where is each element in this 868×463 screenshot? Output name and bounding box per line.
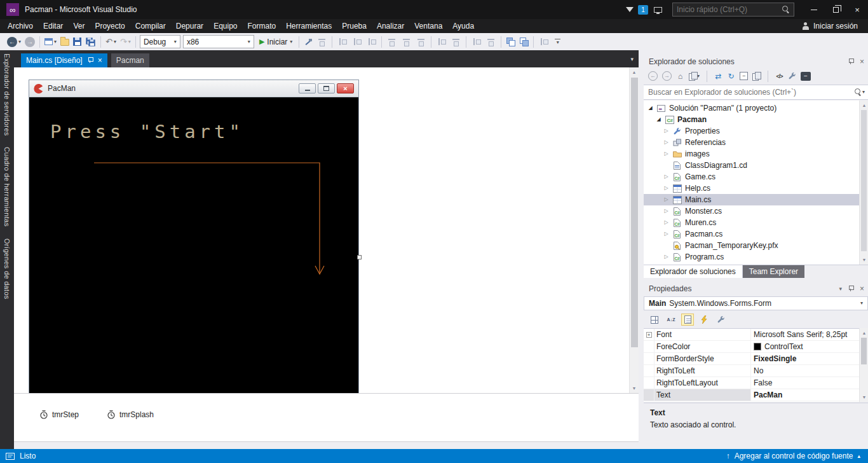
view-code-button[interactable]: </> (775, 71, 783, 81)
bring-to-front-button[interactable] (504, 35, 517, 49)
menu-analizar[interactable]: Analizar (372, 19, 409, 33)
scroll-down-arrow[interactable]: ▼ (860, 392, 868, 402)
save-all-button[interactable] (83, 35, 98, 49)
property-value[interactable]: No (751, 365, 868, 377)
tree-item-images-folder[interactable]: ▷ images (644, 148, 868, 160)
expander-icon[interactable]: ▷ (663, 254, 669, 259)
minimize-button[interactable] (803, 0, 825, 19)
menu-herramientas[interactable]: Herramientas (281, 19, 337, 33)
close-icon[interactable]: × (98, 57, 102, 64)
property-row-text[interactable]: Text PacMan (644, 389, 868, 401)
scroll-up-arrow[interactable]: ▲ (630, 67, 639, 77)
expander-icon[interactable]: ▷ (663, 220, 669, 225)
menu-ventana[interactable]: Ventana (409, 19, 447, 33)
tree-item-pacman-project[interactable]: ◢ C# Pacman (644, 114, 868, 125)
close-icon[interactable]: × (860, 284, 864, 293)
property-value[interactable]: False (751, 377, 868, 389)
pin-icon[interactable] (848, 286, 854, 292)
search-icon[interactable] (855, 88, 862, 96)
tab-solution-explorer[interactable]: Explorador de soluciones (644, 265, 743, 278)
sidebar-tab-server-explorer[interactable]: Explorador de servidores (3, 53, 11, 135)
align-lefts-button[interactable] (335, 35, 349, 49)
menu-ayuda[interactable]: Ayuda (447, 19, 479, 33)
save-button[interactable] (71, 35, 83, 49)
open-file-button[interactable] (58, 35, 71, 49)
solution-platform-dropdown[interactable]: x86 ▾ (183, 35, 254, 48)
component-tmrsplash[interactable]: tmrSplash (107, 410, 154, 419)
forms-designer-surface[interactable]: PacMan × Press "Start" (14, 67, 629, 393)
alphabetical-button[interactable]: A↓Z (665, 314, 677, 326)
menu-archivo[interactable]: Archivo (3, 19, 38, 33)
navigate-forward-button[interactable]: → (23, 35, 37, 49)
solution-configuration-dropdown[interactable]: Debug ▾ (140, 35, 180, 48)
feedback-icon[interactable] (623, 3, 637, 16)
menu-equipo[interactable]: Equipo (208, 19, 242, 33)
expander-icon[interactable]: ▷ (663, 174, 669, 179)
tree-item-game-cs[interactable]: ▷ C# Game.cs (644, 171, 868, 183)
sidebar-tab-data-sources[interactable]: Orígenes de datos (3, 238, 11, 300)
same-height-button[interactable] (449, 35, 463, 49)
menu-depurar[interactable]: Depurar (171, 19, 208, 33)
pin-icon[interactable] (87, 57, 93, 64)
same-width-button[interactable] (434, 35, 449, 49)
property-row-righttoleft[interactable]: RightToLeft No (644, 365, 868, 377)
tab-order-button[interactable] (536, 35, 551, 49)
solution-tree-scrollbar[interactable]: ▲ ▼ (859, 100, 868, 265)
menu-compilar[interactable]: Compilar (130, 19, 171, 33)
properties-header[interactable]: Propiedades ▾ × (644, 282, 868, 295)
solution-search-input[interactable] (644, 88, 855, 97)
tree-item-help-cs[interactable]: ▷ Help.cs (644, 183, 868, 194)
component-tray[interactable]: tmrStep tmrSplash (14, 394, 639, 442)
source-control-button[interactable]: ↑ Agregar al control de código fuente ▴ (726, 452, 868, 460)
form-close-button[interactable]: × (337, 83, 354, 93)
properties-button[interactable] (788, 71, 796, 81)
navigate-backward-button[interactable]: ← ▾ (5, 35, 23, 49)
expander-icon[interactable]: ▷ (663, 128, 669, 134)
menu-prueba[interactable]: Prueba (337, 19, 372, 33)
tree-item-muren-cs[interactable]: ▷ C# Muren.cs (644, 217, 868, 228)
property-value[interactable]: FixedSingle (751, 353, 868, 364)
back-button[interactable]: ← (648, 71, 658, 81)
notifications-badge[interactable]: 1 (638, 5, 648, 15)
property-row-font[interactable]: + Font Microsoft Sans Serif; 8,25pt (644, 329, 868, 341)
undo-button[interactable]: ↶ ▾ (104, 35, 118, 49)
tree-item-monster-cs[interactable]: ▷ C# Monster.cs (644, 205, 868, 217)
component-tmrstep[interactable]: tmrStep (39, 410, 79, 419)
horizontal-spacing-button[interactable] (469, 35, 484, 49)
restore-button[interactable] (825, 0, 846, 19)
pending-changes-filter-button[interactable] (752, 71, 761, 81)
property-value[interactable]: ControlText (751, 341, 868, 352)
collapse-all-button[interactable]: − (740, 71, 748, 81)
object-selector-dropdown[interactable]: Main System.Windows.Forms.Form ▾ (644, 296, 868, 310)
events-button[interactable] (698, 314, 710, 326)
expander-icon[interactable]: ▷ (663, 209, 669, 214)
align-rights-button[interactable] (364, 35, 379, 49)
refresh-button[interactable]: ↻ (727, 71, 735, 81)
pin-icon[interactable] (848, 59, 854, 65)
property-value[interactable]: Microsoft Sans Serif; 8,25pt (751, 329, 868, 340)
scrollbar-thumb[interactable] (861, 110, 867, 251)
tree-item-solution[interactable]: ◢ ∞ Solución "Pacman" (1 proyecto) (644, 102, 868, 114)
expander-icon[interactable]: ◢ (648, 106, 653, 111)
scroll-down-arrow[interactable]: ▼ (630, 384, 639, 393)
property-value[interactable]: PacMan (751, 389, 868, 401)
expander-icon[interactable]: ◢ (656, 117, 661, 122)
form-resize-handle[interactable] (357, 255, 362, 259)
build-button[interactable] (302, 35, 315, 49)
forward-button[interactable]: → (662, 71, 672, 81)
align-tops-button[interactable] (384, 35, 399, 49)
sync-with-active-document-button[interactable]: ⇄ (714, 71, 722, 81)
designer-vertical-scrollbar[interactable]: ▲ ▼ (629, 67, 639, 393)
menu-editar[interactable]: Editar (38, 19, 68, 33)
align-bottoms-button[interactable] (414, 35, 428, 49)
categorized-button[interactable] (648, 314, 661, 326)
close-button[interactable]: × (846, 0, 868, 19)
tab-team-explorer[interactable]: Team Explorer (743, 265, 804, 278)
align-centers-button[interactable] (349, 35, 364, 49)
tab-pacman[interactable]: Pacman (111, 53, 149, 67)
tree-item-referencias[interactable]: ▷ Referencias (644, 137, 868, 148)
align-middles-button[interactable] (399, 35, 414, 49)
solution-explorer-header[interactable]: Explorador de soluciones × (644, 55, 868, 68)
menu-formato[interactable]: Formato (243, 19, 281, 33)
property-pages-button[interactable] (714, 314, 727, 326)
